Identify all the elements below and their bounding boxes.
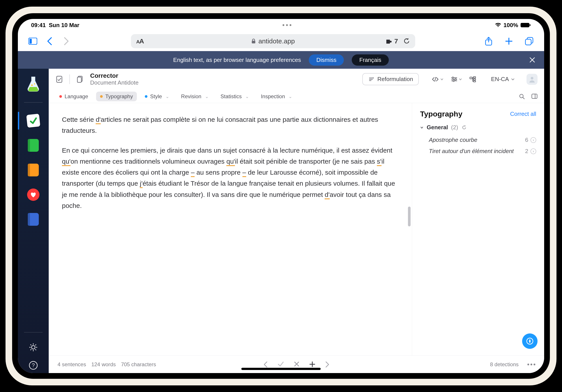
sidebar-item-favorites[interactable]	[18, 184, 49, 206]
back-button[interactable]	[43, 35, 56, 47]
stat-chars: 705 characters	[121, 361, 156, 368]
tab-typography[interactable]: Typography	[96, 92, 137, 101]
svg-rect-15	[77, 77, 81, 82]
chevron-down-icon	[420, 126, 424, 129]
next-detection-button[interactable]	[325, 361, 329, 368]
forward-button	[60, 35, 72, 47]
sidebar-item-settings[interactable]	[18, 340, 49, 355]
sidebar-item-dictionary-green[interactable]	[18, 134, 49, 156]
svg-rect-4	[252, 41, 255, 43]
code-view-button[interactable]	[432, 77, 444, 82]
sidebar-item-home[interactable]	[18, 73, 49, 95]
svg-point-17	[455, 78, 457, 80]
svg-rect-1	[530, 24, 530, 26]
compass-icon	[526, 337, 534, 345]
typography-error[interactable]: d'	[325, 191, 329, 199]
panel-icon	[531, 94, 538, 99]
scrollbar-thumb[interactable]	[408, 207, 410, 226]
heart-icon	[27, 189, 39, 201]
typography-error[interactable]: d'	[96, 116, 101, 124]
structure-button[interactable]	[469, 76, 476, 82]
home-indicator[interactable]	[241, 368, 321, 370]
svg-point-16	[452, 77, 454, 78]
refresh-icon[interactable]	[462, 125, 467, 130]
svg-rect-13	[57, 76, 62, 82]
dismiss-button[interactable]: Dismiss	[309, 54, 344, 66]
panel-title: Typography	[420, 110, 462, 118]
detection-item[interactable]: Apostrophe courbe 6›	[420, 134, 536, 146]
documents-icon[interactable]	[76, 75, 84, 83]
accept-button[interactable]	[278, 361, 284, 368]
url-bar[interactable]: AA antidote.app 7	[131, 34, 415, 48]
search-button[interactable]	[519, 94, 525, 99]
svg-text:?: ?	[32, 362, 35, 368]
filter-tabs: Language Typography Style ⌄ Revision	[49, 90, 544, 103]
share-button[interactable]	[482, 35, 495, 47]
detections-count: 8 detections	[490, 361, 519, 368]
francais-button[interactable]: Français	[352, 54, 389, 66]
svg-rect-7	[526, 39, 531, 45]
gear-icon	[29, 343, 38, 352]
correct-all-button[interactable]: Correct all	[510, 111, 536, 117]
status-time: 09:41	[31, 22, 46, 29]
svg-rect-21	[473, 79, 476, 80]
editor-area[interactable]: Cette série d'articles ne serait pas com…	[49, 103, 412, 356]
tab-statistics[interactable]: Statistics ⌄	[217, 92, 253, 101]
reload-button[interactable]	[403, 38, 410, 45]
account-avatar[interactable]	[527, 74, 538, 85]
reformulation-button[interactable]: Reformulation	[362, 73, 419, 85]
close-banner-button[interactable]	[529, 57, 535, 63]
detection-item[interactable]: Tiret autour d'un élément incident 2›	[420, 146, 536, 157]
more-menu-button[interactable]	[527, 364, 535, 365]
tab-inspection[interactable]: Inspection ⌄	[257, 92, 296, 101]
detection-group[interactable]: General (2)	[420, 124, 536, 131]
chevron-right-icon: ›	[530, 148, 536, 154]
compass-fab[interactable]	[522, 333, 538, 349]
sidebar-item-help[interactable]: ?	[18, 358, 49, 373]
chevron-down-icon	[511, 78, 515, 81]
correction-mode-icon[interactable]	[55, 75, 63, 83]
sidebar-item-corrector[interactable]	[18, 110, 49, 132]
chevron-right-icon: ›	[530, 137, 536, 143]
typography-error[interactable]: –	[191, 169, 195, 177]
add-button[interactable]	[309, 361, 315, 368]
panel-toggle-button[interactable]	[531, 94, 538, 99]
filter-sliders-button[interactable]	[451, 77, 462, 82]
typography-error[interactable]: s'	[377, 158, 382, 166]
avatar-icon	[528, 76, 536, 83]
scrollbar[interactable]	[408, 103, 410, 356]
chevron-down-icon: ⌄	[245, 94, 249, 99]
tab-language[interactable]: Language	[55, 92, 92, 101]
sidebar-toggle-button[interactable]	[27, 35, 39, 47]
typography-error[interactable]: qu'	[226, 158, 235, 166]
detections-panel: Typography Correct all General (2) Apost…	[412, 103, 544, 356]
svg-rect-19	[470, 77, 472, 79]
svg-rect-25	[532, 94, 537, 99]
battery-icon	[520, 22, 531, 28]
new-tab-button[interactable]	[503, 35, 515, 47]
text-size-button[interactable]: AA	[136, 37, 144, 45]
chevron-down-icon: ⌄	[165, 94, 169, 99]
sidebar-item-dictionary-orange[interactable]	[18, 159, 49, 181]
svg-rect-3	[30, 39, 32, 44]
typography-error[interactable]: qu'	[62, 158, 70, 166]
language-selector[interactable]: EN-CA	[491, 76, 515, 83]
multitask-dots[interactable]	[282, 24, 291, 26]
status-footer: 4 sentences 124 words 705 characters	[49, 356, 544, 373]
chevron-down-icon: ⌄	[205, 94, 209, 99]
prev-detection-button[interactable]	[263, 361, 268, 368]
tab-revision[interactable]: Revision ⌄	[177, 92, 213, 101]
help-icon: ?	[29, 361, 38, 370]
extensions-badge[interactable]: 7	[386, 37, 398, 45]
tab-style[interactable]: Style ⌄	[141, 92, 173, 101]
sidebar-item-dictionary-blue[interactable]	[18, 208, 49, 230]
tabs-button[interactable]	[523, 35, 535, 47]
reject-button[interactable]	[294, 361, 300, 368]
chevron-down-icon: ⌄	[289, 94, 292, 99]
reformulation-icon	[368, 76, 374, 82]
svg-rect-20	[473, 77, 476, 78]
svg-rect-0	[521, 23, 529, 27]
typography-error[interactable]: –	[242, 169, 246, 177]
typography-error[interactable]: j'	[140, 180, 143, 188]
wifi-icon	[495, 23, 501, 28]
